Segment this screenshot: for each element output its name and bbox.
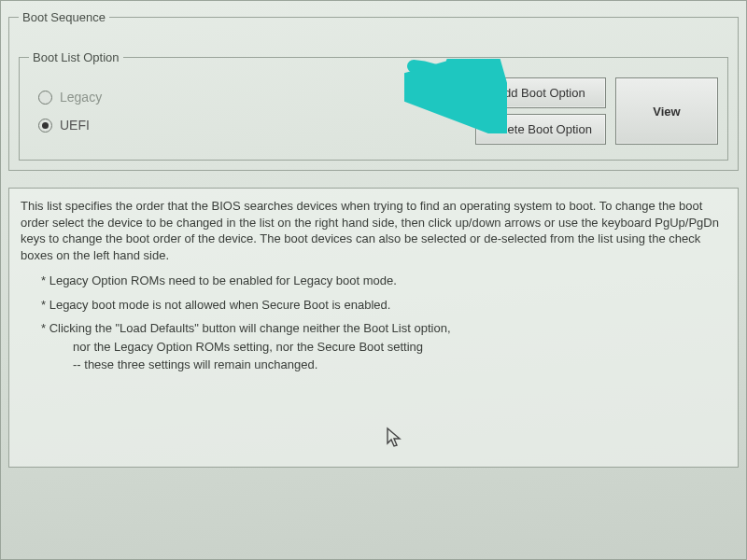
legacy-radio-row[interactable]: Legacy xyxy=(38,90,102,105)
boot-sequence-group: Boot Sequence Boot List Option Legacy UE… xyxy=(8,10,739,171)
bios-window: Boot Sequence Boot List Option Legacy UE… xyxy=(0,0,747,560)
view-button[interactable]: View xyxy=(615,77,718,145)
boot-list-option-legend: Boot List Option xyxy=(29,50,123,64)
uefi-radio-row[interactable]: UEFI xyxy=(38,118,102,133)
delete-boot-option-button[interactable]: Delete Boot Option xyxy=(475,114,606,145)
legacy-radio-label: Legacy xyxy=(60,90,102,105)
boot-list-option-group: Boot List Option Legacy UEFI Add Boot Op… xyxy=(19,50,728,161)
description-bullet-1: Legacy Option ROMs need to be enabled fo… xyxy=(41,273,726,289)
description-bullet-3-line-1: Clicking the "Load Defaults" button will… xyxy=(41,320,726,337)
description-bullet-3-line-2: nor the Legacy Option ROMs setting, nor … xyxy=(73,339,726,356)
description-bullet-3-line-3: -- these three settings will remain unch… xyxy=(73,357,726,373)
description-intro: This list specifies the order that the B… xyxy=(21,198,726,263)
radio-icon xyxy=(38,119,52,133)
add-boot-option-button[interactable]: Add Boot Option xyxy=(475,77,606,108)
radio-icon xyxy=(38,91,52,105)
boot-sequence-legend: Boot Sequence xyxy=(19,10,109,24)
description-panel: This list specifies the order that the B… xyxy=(8,188,739,468)
description-bullet-2: Legacy boot mode is not allowed when Sec… xyxy=(41,297,726,314)
uefi-radio-label: UEFI xyxy=(60,118,90,133)
